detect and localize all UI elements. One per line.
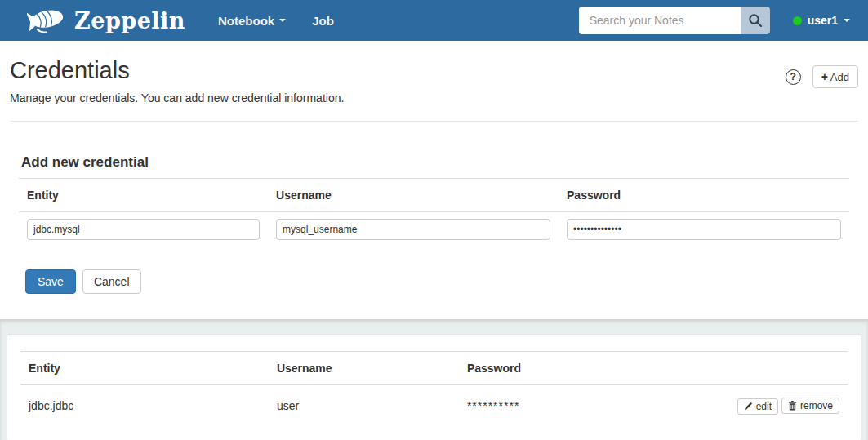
search-input[interactable] — [579, 7, 741, 34]
menu-item-notebook[interactable]: Notebook — [205, 2, 299, 39]
page-header-text: Credentials Manage your credentials. You… — [10, 51, 344, 104]
credentials-table: Entity Username Password jdbc.jdbc user … — [20, 351, 848, 427]
credentials-card: Entity Username Password jdbc.jdbc user … — [7, 334, 861, 440]
add-credential-button[interactable]: + Add — [812, 65, 858, 88]
credentials-list-section: Entity Username Password jdbc.jdbc user … — [0, 319, 868, 440]
form-heading: Add new credential — [21, 154, 858, 171]
user-menu[interactable]: user1 — [793, 14, 850, 27]
row-username: user — [269, 385, 459, 427]
search-group — [579, 7, 770, 34]
page-header: Credentials Manage your credentials. You… — [10, 51, 858, 104]
main-content: Credentials Manage your credentials. You… — [0, 41, 868, 294]
remove-button-label: remove — [800, 400, 833, 411]
form-column-entity: Entity — [19, 179, 268, 212]
page-subtitle: Manage your credentials. You can add new… — [10, 91, 344, 104]
page-title: Credentials — [10, 57, 344, 84]
help-glyph: ? — [790, 71, 796, 82]
add-button-label: Add — [830, 71, 849, 83]
form-column-password: Password — [559, 179, 849, 212]
row-password: ********** — [459, 385, 691, 427]
table-column-actions — [691, 352, 848, 385]
chevron-down-icon — [844, 19, 850, 22]
brand-title: Zeppelin — [74, 8, 185, 33]
header-divider — [10, 121, 858, 122]
form-table: Entity Username Password — [19, 178, 849, 247]
search-button[interactable] — [741, 7, 770, 34]
help-icon[interactable]: ? — [786, 69, 801, 85]
row-actions: edit — [691, 385, 848, 427]
table-row: jdbc.jdbc user ********** edit — [20, 385, 848, 427]
form-column-username: Username — [268, 179, 559, 212]
form-input-row — [19, 212, 849, 247]
remove-button[interactable]: remove — [781, 398, 839, 414]
form-buttons: Save Cancel — [25, 269, 858, 294]
row-entity: jdbc.jdbc — [20, 385, 269, 427]
notebook-menu-label: Notebook — [218, 14, 274, 28]
page-header-actions: ? + Add — [786, 65, 858, 88]
entity-field[interactable] — [27, 219, 260, 240]
plus-icon: + — [821, 70, 828, 83]
chevron-down-icon — [279, 19, 286, 22]
password-field[interactable] — [567, 219, 841, 240]
zeppelin-logo-icon — [27, 5, 68, 36]
navbar: Zeppelin Notebook Job user1 — [0, 0, 868, 41]
job-menu-label: Job — [312, 14, 334, 28]
cancel-button[interactable]: Cancel — [82, 269, 141, 294]
edit-button[interactable]: edit — [737, 398, 778, 415]
username-field[interactable] — [276, 219, 550, 240]
user-name: user1 — [808, 14, 838, 27]
pencil-icon — [744, 402, 753, 411]
navbar-menu: Notebook Job — [205, 2, 347, 39]
edit-button-label: edit — [756, 401, 772, 412]
menu-item-job[interactable]: Job — [299, 2, 347, 39]
trash-icon — [788, 401, 797, 411]
table-column-username: Username — [269, 352, 459, 385]
user-status-icon — [793, 16, 802, 25]
table-column-password: Password — [459, 352, 691, 385]
save-button[interactable]: Save — [25, 269, 76, 294]
zeppelin-brand[interactable]: Zeppelin — [27, 5, 185, 36]
add-credential-form: Add new credential Entity Username Passw… — [10, 154, 858, 294]
navbar-right: user1 — [579, 7, 853, 34]
table-column-entity: Entity — [20, 352, 269, 385]
search-icon — [748, 13, 763, 28]
